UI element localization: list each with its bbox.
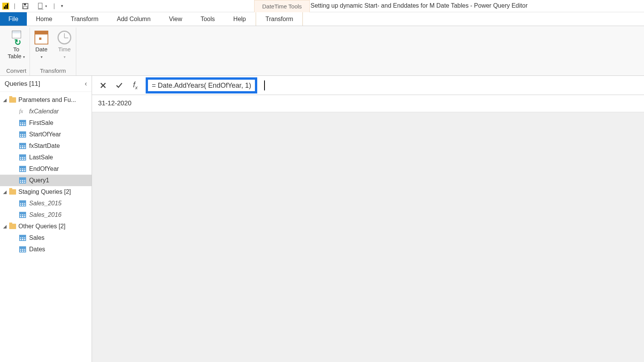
expand-icon: ◢ xyxy=(3,224,7,229)
group-label: Other Queries [2] xyxy=(18,223,66,230)
folder-icon xyxy=(9,224,16,229)
query-label: fxStartDate xyxy=(29,143,60,149)
date-label: Date▾ xyxy=(35,46,48,60)
qat-dropdown[interactable]: ▾ xyxy=(35,2,49,11)
formula-highlight: = Date.AddYears( EndOfYear, 1) xyxy=(146,77,257,93)
query-label: fxCalendar xyxy=(29,108,59,115)
to-table-label: To Table ▾ xyxy=(8,46,25,60)
queries-title: Queries [11] xyxy=(5,80,40,88)
query-item-sales2015[interactable]: Sales_2015 xyxy=(0,198,92,209)
qat-customize[interactable]: ▾ xyxy=(59,3,65,9)
to-table-icon: ↻ xyxy=(10,31,23,44)
save-icon xyxy=(21,2,29,10)
svg-rect-1 xyxy=(24,3,26,5)
query-group-parameters[interactable]: ◢ Parameters and Fu... xyxy=(0,94,92,106)
fx-icon: fx xyxy=(133,80,138,90)
document-icon xyxy=(37,2,44,10)
queries-header: Queries [11] ‹ xyxy=(0,76,92,92)
ribbon-group-transform-label: Transform xyxy=(40,66,66,75)
table-icon xyxy=(19,120,26,126)
table-icon xyxy=(19,166,26,172)
formula-bar: fx = Date.AddYears( EndOfYear, 1) xyxy=(92,76,644,95)
folder-icon xyxy=(9,189,16,195)
svg-rect-2 xyxy=(23,7,27,9)
query-item-sales2016[interactable]: Sales_2016 xyxy=(0,209,92,221)
main-area: Queries [11] ‹ ◢ Parameters and Fu... fx… xyxy=(0,76,644,362)
query-item-fxcalendar[interactable]: fx fxCalendar xyxy=(0,106,92,117)
accept-formula-button[interactable] xyxy=(111,78,127,93)
query-item-endofyear[interactable]: EndOfYear xyxy=(0,163,92,175)
group-label: Staging Queries [2] xyxy=(18,188,71,195)
time-label: Time▾ xyxy=(58,46,71,60)
query-label: Query1 xyxy=(29,177,49,184)
table-icon xyxy=(19,131,26,138)
table-icon xyxy=(19,246,26,252)
table-icon xyxy=(19,177,26,183)
expand-icon: ◢ xyxy=(3,97,7,103)
date-button[interactable]: Date▾ xyxy=(33,29,50,61)
text-cursor xyxy=(264,80,265,90)
tab-help[interactable]: Help xyxy=(224,12,255,26)
tab-contextual-transform[interactable]: Transform xyxy=(256,12,302,26)
query-label: FirstSale xyxy=(29,120,53,126)
query-item-dates[interactable]: Dates xyxy=(0,244,92,255)
result-value: 31-12-2020 xyxy=(92,95,644,112)
query-label: Sales xyxy=(29,234,44,241)
content-area: fx = Date.AddYears( EndOfYear, 1) 31-12-… xyxy=(92,76,644,362)
table-icon xyxy=(19,200,26,206)
fx-icon: fx xyxy=(19,108,26,115)
window-title: Setting up dynamic Start- and Enddates f… xyxy=(310,2,527,9)
titlebar: | ▾ | ▾ DateTime Tools Setting up dynami… xyxy=(0,0,644,12)
group-label: Parameters and Fu... xyxy=(18,97,76,103)
fx-button[interactable]: fx xyxy=(127,78,143,93)
cancel-formula-button[interactable] xyxy=(95,78,111,93)
table-icon xyxy=(19,143,26,149)
query-group-other[interactable]: ◢ Other Queries [2] xyxy=(0,221,92,232)
query-item-startofyear[interactable]: StartOfYear xyxy=(0,129,92,140)
query-group-staging[interactable]: ◢ Staging Queries [2] xyxy=(0,186,92,198)
time-button[interactable]: Time▾ xyxy=(56,29,73,61)
tab-add-column[interactable]: Add Column xyxy=(108,12,160,26)
queries-tree: ◢ Parameters and Fu... fx fxCalendar Fir… xyxy=(0,92,92,257)
time-icon xyxy=(58,31,71,44)
check-icon xyxy=(115,81,123,90)
query-item-firstsale[interactable]: FirstSale xyxy=(0,117,92,129)
folder-icon xyxy=(9,97,16,103)
table-icon xyxy=(19,212,26,218)
tab-transform[interactable]: Transform xyxy=(61,12,107,26)
close-icon xyxy=(99,82,107,89)
tab-home[interactable]: Home xyxy=(27,12,62,26)
ribbon-group-convert: ↻ To Table ▾ Convert xyxy=(3,28,30,75)
query-label: EndOfYear xyxy=(29,165,59,172)
ribbon-group-convert-label: Convert xyxy=(6,66,26,75)
query-label: Dates xyxy=(29,246,45,253)
query-item-sales[interactable]: Sales xyxy=(0,232,92,244)
qat-separator: | xyxy=(14,3,15,10)
tab-view[interactable]: View xyxy=(160,12,191,26)
query-label: LastSale xyxy=(29,154,53,161)
app-icon xyxy=(2,3,9,10)
tab-file[interactable]: File xyxy=(0,12,27,26)
save-button[interactable] xyxy=(20,2,31,11)
ribbon-tabs: File Home Transform Add Column View Tool… xyxy=(0,12,644,26)
query-item-query1[interactable]: Query1 xyxy=(0,175,92,186)
to-table-button[interactable]: ↻ To Table ▾ xyxy=(6,29,26,61)
svg-rect-3 xyxy=(38,3,42,8)
ribbon-group-transform: Date▾ Time▾ Transform xyxy=(30,28,76,75)
expand-icon: ◢ xyxy=(3,189,7,195)
formula-input[interactable]: = Date.AddYears( EndOfYear, 1) xyxy=(143,77,644,93)
query-label: Sales_2016 xyxy=(29,211,62,218)
query-item-fxstartdate[interactable]: fxStartDate xyxy=(0,140,92,152)
queries-panel: Queries [11] ‹ ◢ Parameters and Fu... fx… xyxy=(0,76,92,362)
table-icon xyxy=(19,235,26,241)
table-icon xyxy=(19,154,26,161)
tab-tools[interactable]: Tools xyxy=(191,12,224,26)
date-icon xyxy=(34,31,48,44)
query-label: Sales_2015 xyxy=(29,200,62,207)
collapse-panel-button[interactable]: ‹ xyxy=(85,80,87,88)
query-label: StartOfYear xyxy=(29,131,61,138)
query-item-lastsale[interactable]: LastSale xyxy=(0,152,92,163)
qat-separator: | xyxy=(53,3,55,10)
formula-text: = Date.AddYears( EndOfYear, 1) xyxy=(152,82,251,89)
contextual-tab-header: DateTime Tools xyxy=(254,0,310,12)
